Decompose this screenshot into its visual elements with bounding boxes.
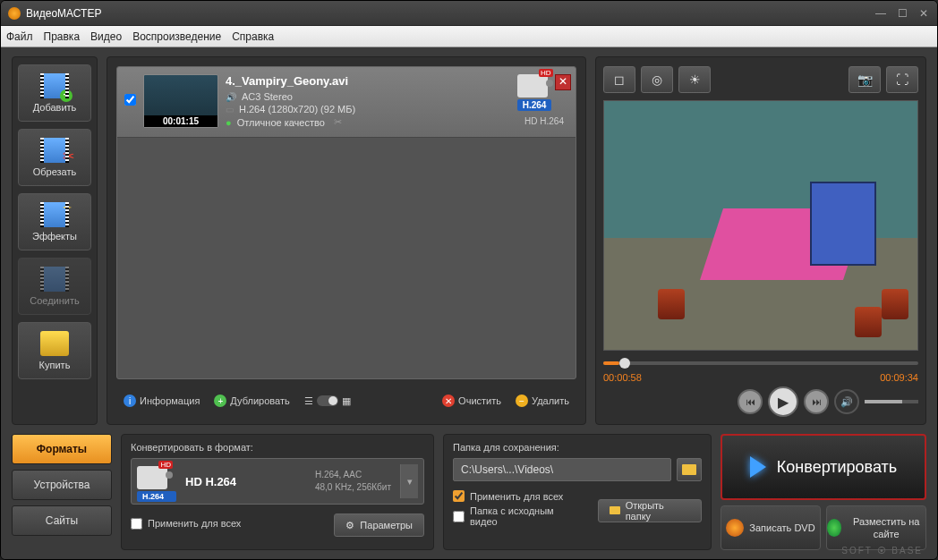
file-video-spec: H.264 (1280x720) (92 МБ) (239, 104, 355, 115)
join-button[interactable]: Соединить (18, 258, 91, 315)
video-icon: ▭ (226, 105, 234, 115)
preview-panel: ◻ ◎ ☀ 📷 ⛶ 00 (595, 56, 926, 425)
folder-icon (610, 506, 620, 514)
format-name: HD H.264 (185, 475, 306, 488)
list-view-icon: ☰ (304, 395, 313, 407)
format-header: Конвертировать в формат: (131, 442, 424, 453)
watermark: SOFT ⦿ BASE (841, 546, 923, 556)
save-header: Папка для сохранения: (453, 442, 702, 453)
convert-label: Конвертировать (777, 458, 897, 477)
file-info: 4._Vampiry_Geony.avi 🔊AC3 Stereo ▭H.264 … (226, 74, 513, 130)
info-icon: i (124, 395, 136, 407)
action-column: Конвертировать Записать DVD Разместить н… (721, 434, 926, 550)
audio-icon: 🔊 (226, 92, 236, 102)
cut-button[interactable]: ✂ Обрезать (18, 129, 91, 186)
menu-playback[interactable]: Воспроизведение (132, 30, 221, 43)
brightness-button[interactable]: ☀ (678, 66, 711, 93)
next-button[interactable]: ⏭ (804, 389, 829, 414)
output-tabs: Форматы Устройства Сайты (12, 434, 112, 550)
disc-icon (726, 519, 744, 537)
add-label: Добавить (33, 102, 77, 113)
tab-formats[interactable]: Форматы (12, 434, 112, 464)
camera-icon: HD (137, 466, 167, 489)
app-title: ВидеоМАСТЕР (26, 7, 101, 20)
sidebar: + Добавить ✂ Обрезать ✦ Эффекты Соединит… (12, 56, 98, 425)
join-label: Соединить (30, 295, 80, 306)
titlebar: ВидеоМАСТЕР — ☐ ✕ (1, 1, 937, 26)
publish-button[interactable]: Разместить на сайте (826, 505, 926, 550)
format-dropdown[interactable]: ▾ (400, 464, 418, 498)
file-quality: Отличное качество (237, 117, 325, 128)
info-button[interactable]: iИнформация (124, 395, 200, 407)
duplicate-button[interactable]: +Дублировать (214, 395, 289, 407)
volume-slider[interactable] (865, 400, 918, 403)
globe-icon (827, 519, 841, 537)
menu-edit[interactable]: Правка (44, 30, 81, 43)
convert-button[interactable]: Конвертировать (721, 434, 926, 500)
fullscreen-button[interactable]: ⛶ (886, 66, 918, 93)
crop-button[interactable]: ◻ (603, 66, 635, 93)
time-total: 00:09:34 (880, 372, 918, 383)
app-logo-icon (8, 7, 21, 20)
convert-arrow-icon (750, 456, 766, 478)
file-checkbox[interactable] (124, 94, 136, 106)
film-cut-icon: ✂ (40, 138, 69, 163)
duplicate-icon: + (214, 395, 226, 407)
file-duration: 00:01:15 (144, 115, 217, 127)
list-toolbar: iИнформация +Дублировать ☰▦ ✕Очистить −У… (116, 386, 576, 415)
delete-button[interactable]: −Удалить (516, 395, 569, 407)
effects-button[interactable]: ✦ Эффекты (18, 193, 91, 250)
source-folder-checkbox[interactable] (453, 511, 465, 522)
file-name: 4._Vampiry_Geony.avi (226, 74, 513, 88)
file-audio: AC3 Stereo (242, 91, 293, 102)
open-folder-button[interactable]: Открыть папку (598, 499, 702, 522)
format-selector[interactable]: HDH.264 HD H.264 H.264, AAC 48,0 KHz, 25… (131, 458, 424, 505)
format-sub: HD H.264 (524, 116, 564, 126)
time-current: 00:00:58 (603, 372, 642, 383)
scissors-icon[interactable]: ✂ (334, 116, 342, 128)
app-window: ВидеоМАСТЕР — ☐ ✕ Файл Правка Видео Восп… (0, 0, 938, 560)
film-join-icon (40, 267, 69, 292)
tab-sites[interactable]: Сайты (12, 505, 112, 536)
params-button[interactable]: ⚙Параметры (334, 513, 424, 537)
burn-dvd-button[interactable]: Записать DVD (721, 505, 821, 550)
remove-file-button[interactable]: ✕ (555, 74, 571, 90)
format-apply-all-checkbox[interactable] (131, 518, 142, 530)
camera-icon: HD (517, 74, 548, 98)
view-toggle[interactable]: ☰▦ (304, 395, 351, 407)
snapshot-button[interactable]: 📷 (848, 66, 881, 93)
menu-help[interactable]: Справка (232, 30, 274, 43)
key-icon (40, 331, 69, 356)
save-panel: Папка для сохранения: Применить для всех… (443, 434, 712, 550)
buy-button[interactable]: Купить (18, 322, 91, 379)
format-badge: HD H.264 ✕ HD H.264 (520, 74, 568, 126)
volume-button[interactable]: 🔊 (834, 389, 859, 414)
close-button[interactable]: ✕ (917, 7, 930, 20)
seek-bar[interactable] (603, 356, 918, 370)
save-path-input[interactable] (453, 458, 671, 481)
menu-video[interactable]: Видео (90, 30, 122, 43)
file-list-panel: 00:01:15 4._Vampiry_Geony.avi 🔊AC3 Stere… (107, 56, 586, 425)
add-button[interactable]: + Добавить (18, 64, 91, 122)
save-apply-all-checkbox[interactable] (453, 490, 465, 502)
menu-file[interactable]: Файл (6, 30, 33, 43)
grid-view-icon: ▦ (342, 395, 351, 407)
browse-folder-button[interactable] (677, 458, 702, 481)
format-apply-all-label: Применить для всех (148, 518, 241, 529)
settings-button[interactable]: ◎ (641, 66, 673, 93)
file-list: 00:01:15 4._Vampiry_Geony.avi 🔊AC3 Stere… (116, 66, 576, 379)
quality-icon: ● (226, 117, 232, 128)
format-spec2: 48,0 KHz, 256Кбит (315, 481, 391, 494)
delete-icon: − (516, 395, 528, 407)
play-button[interactable]: ▶ (768, 386, 798, 417)
maximize-button[interactable]: ☐ (896, 7, 908, 20)
buy-label: Купить (39, 360, 71, 370)
file-row[interactable]: 00:01:15 4._Vampiry_Geony.avi 🔊AC3 Stere… (117, 67, 576, 138)
effects-label: Эффекты (32, 231, 77, 242)
clear-button[interactable]: ✕Очистить (442, 395, 501, 407)
minimize-button[interactable]: — (874, 7, 887, 20)
tab-devices[interactable]: Устройства (12, 470, 112, 500)
folder-icon (682, 464, 696, 475)
preview-screen[interactable] (603, 100, 918, 351)
prev-button[interactable]: ⏮ (738, 389, 763, 414)
